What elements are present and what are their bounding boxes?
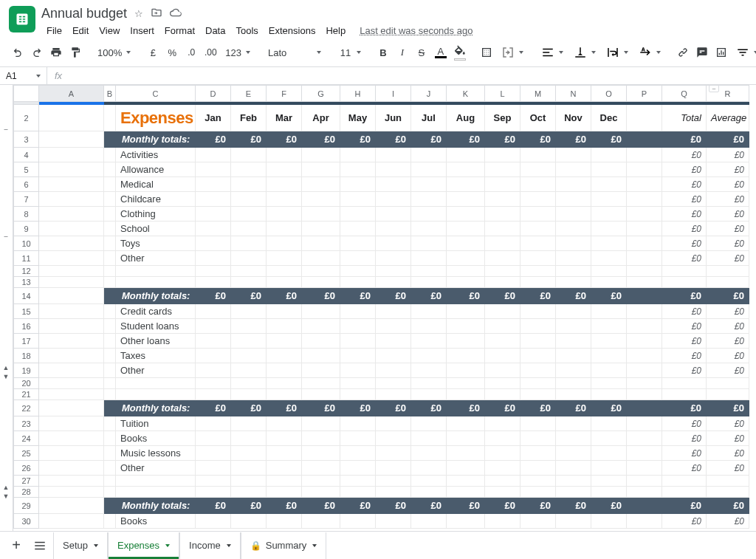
cell[interactable] xyxy=(376,148,411,162)
cell[interactable] xyxy=(485,363,520,378)
row-header[interactable]: 2 xyxy=(14,105,39,131)
cell[interactable] xyxy=(104,416,116,431)
cell[interactable] xyxy=(302,251,340,266)
row-header[interactable]: 15 xyxy=(14,304,39,319)
cell[interactable] xyxy=(627,222,662,236)
cell[interactable] xyxy=(302,192,340,207)
cell[interactable] xyxy=(196,251,231,266)
cell[interactable] xyxy=(485,192,520,207)
cell[interactable] xyxy=(267,207,302,222)
cell[interactable] xyxy=(376,514,411,529)
item-total[interactable]: £0 xyxy=(662,431,707,446)
section-average[interactable]: £0 xyxy=(707,498,749,514)
row-header[interactable]: 28 xyxy=(14,487,39,498)
cell[interactable] xyxy=(267,514,302,529)
cell[interactable] xyxy=(447,266,485,277)
cell[interactable] xyxy=(340,334,376,349)
row-header[interactable]: 17 xyxy=(14,334,39,349)
section-name[interactable]: Debt xyxy=(39,288,104,304)
increase-decimal-button[interactable]: .00 xyxy=(202,43,219,62)
cell[interactable] xyxy=(591,514,627,529)
cell[interactable] xyxy=(302,177,340,192)
cell[interactable] xyxy=(116,487,196,498)
cell[interactable] xyxy=(302,389,340,400)
cell[interactable] xyxy=(267,236,302,251)
cell[interactable] xyxy=(376,277,411,288)
cell[interactable] xyxy=(411,148,447,162)
cell[interactable] xyxy=(340,363,376,378)
expense-item-name[interactable]: Clothing xyxy=(116,207,196,222)
cell[interactable] xyxy=(231,363,267,378)
column-header[interactable]: F xyxy=(267,86,302,102)
month-header[interactable]: Sep xyxy=(485,105,520,131)
cell[interactable] xyxy=(376,431,411,446)
paint-format-button[interactable] xyxy=(66,43,84,62)
cell[interactable] xyxy=(267,389,302,400)
cell[interactable] xyxy=(591,207,627,222)
row-header[interactable]: 7 xyxy=(14,192,39,207)
move-icon[interactable] xyxy=(151,7,162,21)
cell[interactable] xyxy=(104,363,116,378)
column-header[interactable]: B xyxy=(104,86,116,102)
cell[interactable] xyxy=(267,266,302,277)
cell[interactable] xyxy=(231,389,267,400)
cell[interactable] xyxy=(591,487,627,498)
cell[interactable] xyxy=(556,446,591,461)
cell[interactable] xyxy=(447,378,485,389)
expense-item-name[interactable]: Medical xyxy=(116,177,196,192)
item-average[interactable]: £0 xyxy=(707,461,749,476)
row-header[interactable]: 6 xyxy=(14,177,39,192)
month-total[interactable]: £0 xyxy=(520,131,556,148)
cell[interactable] xyxy=(411,266,447,277)
cell[interactable] xyxy=(340,222,376,236)
month-total[interactable]: £0 xyxy=(411,400,447,416)
cell[interactable] xyxy=(376,389,411,400)
menu-file[interactable]: File xyxy=(41,23,67,38)
cell[interactable] xyxy=(340,192,376,207)
cell[interactable] xyxy=(231,461,267,476)
cell[interactable] xyxy=(302,514,340,529)
item-average[interactable]: £0 xyxy=(707,349,749,363)
cell[interactable] xyxy=(340,177,376,192)
month-total[interactable]: £0 xyxy=(485,131,520,148)
cell[interactable] xyxy=(340,476,376,487)
cell[interactable] xyxy=(376,207,411,222)
column-header[interactable]: K xyxy=(447,86,485,102)
cell[interactable] xyxy=(104,378,116,389)
month-total[interactable]: £0 xyxy=(447,288,485,304)
cell[interactable] xyxy=(267,148,302,162)
menu-tools[interactable]: Tools xyxy=(230,23,263,38)
cell[interactable] xyxy=(39,177,104,192)
cell[interactable] xyxy=(520,431,556,446)
cell[interactable] xyxy=(411,363,447,378)
monthly-totals-label[interactable]: Monthly totals: xyxy=(116,400,196,416)
cell[interactable] xyxy=(556,207,591,222)
month-total[interactable]: £0 xyxy=(267,131,302,148)
add-sheet-button[interactable]: + xyxy=(6,535,27,556)
cell[interactable] xyxy=(376,177,411,192)
cell[interactable] xyxy=(340,431,376,446)
menu-data[interactable]: Data xyxy=(200,23,230,38)
expense-item-name[interactable]: Credit cards xyxy=(116,304,196,319)
column-header[interactable]: G xyxy=(302,86,340,102)
month-total[interactable]: £0 xyxy=(520,288,556,304)
formula-bar-input[interactable] xyxy=(69,67,756,84)
cell[interactable] xyxy=(302,416,340,431)
cell[interactable] xyxy=(376,162,411,177)
month-total[interactable]: £0 xyxy=(556,288,591,304)
section-name[interactable]: Entertainment xyxy=(39,498,104,514)
cell[interactable] xyxy=(591,431,627,446)
row-header[interactable]: 10 xyxy=(14,236,39,251)
cell[interactable] xyxy=(196,319,231,334)
expense-item-name[interactable]: School xyxy=(116,222,196,236)
month-total[interactable]: £0 xyxy=(485,498,520,514)
cell[interactable] xyxy=(485,378,520,389)
row-group-toggle[interactable]: ▲ xyxy=(2,364,10,371)
cell[interactable] xyxy=(376,222,411,236)
cell[interactable] xyxy=(196,177,231,192)
cell[interactable] xyxy=(196,378,231,389)
cell[interactable] xyxy=(231,192,267,207)
cell[interactable] xyxy=(340,266,376,277)
cell[interactable] xyxy=(116,476,196,487)
cell[interactable] xyxy=(196,148,231,162)
